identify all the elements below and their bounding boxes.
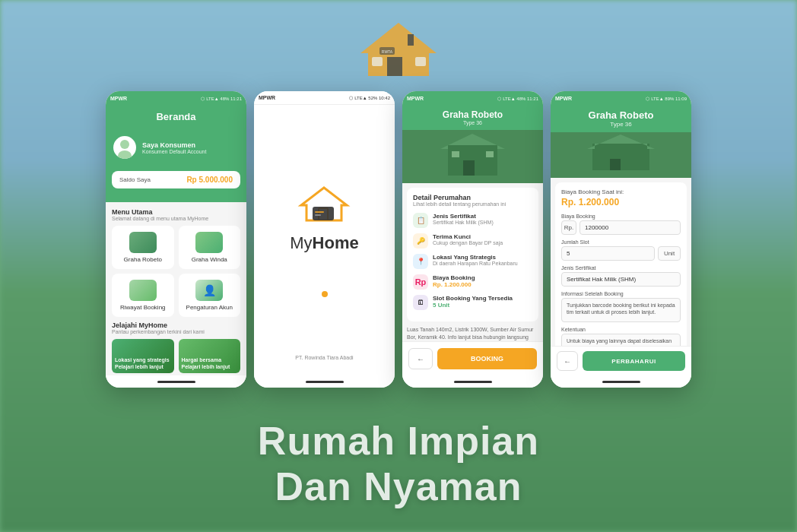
- banner-lokasi[interactable]: Lokasi yang strategis Pelajari lebih lan…: [112, 339, 174, 373]
- booking-form-header: Graha Robeto Type 36: [551, 105, 691, 132]
- status-bar-2: MPWR ⬡ LTE▲ 52% 10:42: [254, 91, 395, 105]
- biaya-icon: Rp: [413, 274, 428, 290]
- sertifikat-icon: 📋: [413, 213, 428, 228]
- brand-name: MyHome: [290, 233, 358, 253]
- biaya-content: Biaya Booking Rp. 1.200.000: [433, 274, 475, 288]
- riwayat-label: Riwayat Booking: [120, 304, 166, 311]
- svg-rect-3: [372, 57, 383, 66]
- user-info: Saya Konsumen Konsumen Default Account: [142, 141, 206, 154]
- menu-item-riwayat[interactable]: Riwayat Booking: [112, 274, 174, 317]
- jumlah-slot-input[interactable]: 5: [561, 246, 655, 261]
- detail-card-title: Detail Perumahan: [413, 194, 532, 201]
- svg-rect-18: [452, 151, 459, 157]
- user-role: Konsumen Default Account: [142, 149, 206, 154]
- home-bar-2: [254, 375, 395, 388]
- detail-content: Detail Perumahan Lihat lebih detail tent…: [402, 183, 543, 375]
- graha-winda-label: Graha Winda: [192, 256, 227, 263]
- graha-winda-icon: [195, 232, 223, 253]
- info-booking-field: Informasi Setelah Booking Tunjukkan barc…: [561, 291, 681, 322]
- home-bar-3: [402, 375, 543, 388]
- beranda-content: Menu Utama Selamat datang di menu utama …: [106, 202, 246, 375]
- home-indicator-2: [306, 381, 344, 383]
- jenis-sertifikat-input[interactable]: Sertifikat Hak Milik (SHM): [561, 272, 681, 287]
- booking-form-sub: Type 36: [558, 121, 684, 128]
- feature-lokasi: 📍 Lokasi Yang Strategis Di daerah Harapa…: [413, 254, 532, 269]
- detail-header: Graha Robeto Type 36: [402, 105, 543, 130]
- home-indicator-1: [157, 381, 195, 383]
- svg-rect-13: [315, 214, 321, 216]
- jumlah-slot-field: Jumlah Slot 5 Unit: [561, 239, 681, 261]
- feature-biaya: Rp Biaya Booking Rp. 1.200.000: [413, 274, 532, 290]
- detail-back-button[interactable]: ←: [408, 348, 433, 369]
- phone-beranda: MPWR ⬡ LTE▲ 48% 11:21 Beranda Saya Konsu…: [106, 91, 246, 388]
- biaya-booking-input[interactable]: 1200000: [579, 220, 681, 235]
- pengaturan-label: Pengaturan Akun: [186, 304, 233, 311]
- jelajah-section: Jelajahi MyHome Pantau perkembangan terk…: [112, 321, 240, 373]
- svg-rect-17: [463, 160, 475, 176]
- svg-rect-12: [315, 211, 324, 213]
- price-label: Biaya Booking Saat ini:: [561, 188, 681, 195]
- biaya-booking-field: Biaya Booking Rp. 1200000: [561, 214, 681, 235]
- home-indicator-4: [602, 381, 640, 383]
- slot-icon: 🗓: [413, 295, 428, 310]
- beranda-header: Beranda: [106, 105, 246, 130]
- myhome-logo-icon: [297, 184, 351, 226]
- booking-button[interactable]: BOOKING: [437, 348, 537, 369]
- jelajah-title: Jelajahi MyHome: [112, 321, 240, 329]
- svg-rect-21: [592, 144, 649, 170]
- svg-rect-4: [415, 57, 426, 66]
- feature-kunci: 🔑 Terima Kunci Cukup dengan Bayar DP saj…: [413, 233, 532, 249]
- svg-rect-19: [486, 151, 494, 157]
- user-avatar: [113, 136, 136, 159]
- home-bar-1: [106, 375, 246, 388]
- banner-harga[interactable]: Hargai bersama Pelajari lebih lanjut: [179, 339, 241, 373]
- detail-bottom-bar: ← BOOKING: [402, 341, 543, 375]
- jenis-sertifikat-field: Jenis Sertifikat Sertifikat Hak Milik (S…: [561, 265, 681, 287]
- menu-item-pengaturan[interactable]: 👤 Pengaturan Akun: [179, 274, 241, 317]
- company-footer: PT. Rowinda Tiara Abadi: [254, 355, 395, 360]
- status-right-1: ⬡ LTE▲ 48% 11:21: [201, 96, 242, 101]
- lokasi-icon: 📍: [413, 254, 428, 269]
- sertifikat-content: Jenis Sertifikat Sertifikat Hak Milik (S…: [433, 213, 494, 225]
- status-right-4: ⬡ LTE▲ 89% 11:09: [646, 96, 687, 101]
- balance-value: Rp 5.000.000: [186, 176, 233, 184]
- update-button[interactable]: PERBAHARUI: [583, 351, 685, 371]
- rp-prefix: Rp.: [561, 220, 576, 235]
- status-left-2: MPWR: [259, 95, 275, 100]
- svg-rect-23: [610, 159, 621, 170]
- menu-grid: Graha Robeto Graha Winda Riw: [112, 226, 240, 317]
- background-tagline: Rumah Impian Dan Nyaman: [258, 418, 539, 509]
- phone-splash: MPWR ⬡ LTE▲ 52% 10:42 MyHo: [254, 91, 395, 388]
- property-image: [402, 130, 543, 183]
- slot-content: Slot Booking Yang Tersedia 5 Unit: [433, 295, 513, 309]
- booking-form-area: Biaya Booking Saat ini: Rp. 1.200.000 Bi…: [555, 182, 687, 369]
- balance-card: Saldo Saya Rp 5.000.000: [112, 171, 240, 188]
- status-left-1: MPWR: [110, 96, 127, 101]
- biaya-booking-row: Rp. 1200000: [561, 220, 681, 235]
- background-logo: RWTA: [353, 15, 444, 84]
- booking-form-bottom-bar: ← PERBAHARUI: [551, 346, 691, 375]
- jenis-sertifikat-label: Jenis Sertifikat: [561, 265, 681, 271]
- phones-container: MPWR ⬡ LTE▲ 48% 11:21 Beranda Saya Konsu…: [106, 91, 691, 388]
- status-left-3: MPWR: [407, 96, 424, 101]
- svg-point-7: [120, 140, 129, 149]
- logo-container: MyHome: [290, 184, 358, 253]
- splash-content: MyHome PT. Rowinda Tiara Abadi: [254, 105, 395, 375]
- menu-item-graha-robeto[interactable]: Graha Robeto: [112, 226, 174, 269]
- detail-card: Detail Perumahan Lihat lebih detail tent…: [407, 188, 538, 321]
- feature-sertifikat: 📋 Jenis Sertifikat Sertifikat Hak Milik …: [413, 213, 532, 228]
- jelajah-sub: Pantau perkembangan terkini dari kami: [112, 329, 240, 334]
- biaya-booking-label: Biaya Booking: [561, 214, 681, 219]
- unit-label: Unit: [658, 246, 681, 261]
- banner-harga-text: Hargai bersama Pelajari lebih lanjut: [182, 357, 230, 370]
- booking-property-image: [551, 132, 691, 178]
- menu-item-graha-winda[interactable]: Graha Winda: [179, 226, 241, 269]
- booking-form-back-button[interactable]: ←: [557, 351, 578, 371]
- booking-form-content: Biaya Booking Saat ini: Rp. 1.200.000 Bi…: [551, 178, 691, 375]
- menu-title: Menu Utama: [112, 208, 240, 216]
- graha-robeto-label: Graha Robeto: [124, 256, 162, 263]
- loading-dot: [322, 291, 328, 297]
- info-booking-textarea[interactable]: Tunjukkan barcode booking berikut ini ke…: [561, 298, 681, 322]
- brand-my: My: [290, 233, 312, 252]
- user-row: Saya Konsumen Konsumen Default Account: [106, 130, 246, 165]
